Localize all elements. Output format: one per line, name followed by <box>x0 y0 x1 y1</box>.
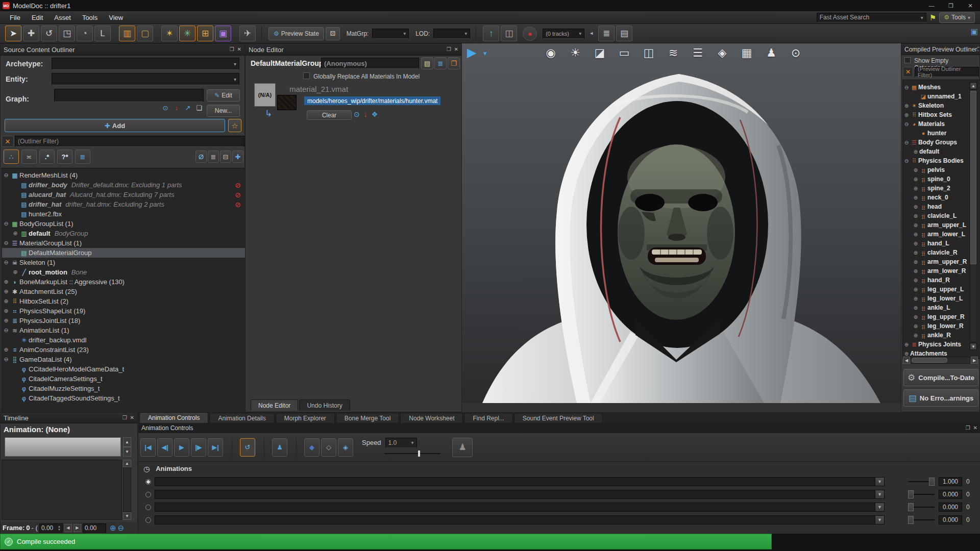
fast-asset-search-input[interactable]: Fast Asset Search ▾ <box>817 13 926 22</box>
tab-node-worksheet[interactable]: Node Worksheet <box>400 413 463 423</box>
compiled-tree-item-hunter[interactable]: ●hunter <box>903 129 980 138</box>
expand-icon[interactable]: ⊕ <box>912 232 919 237</box>
grid-snap-view-button[interactable]: ⊞ <box>197 26 213 41</box>
load-icon[interactable]: ↓ <box>172 104 181 112</box>
source-tree-item-skeleton-1[interactable]: ⊖☠Skeleton (1) <box>2 258 245 267</box>
weight-slider[interactable] <box>908 515 935 524</box>
expand-icon[interactable]: ⊕ <box>912 296 919 302</box>
weight-value[interactable]: 1.000 <box>939 477 962 486</box>
compiled-tree-item-arm-upper-l[interactable]: ⊕⣶arm_upper_L <box>903 220 980 230</box>
clothing-icon[interactable]: ◈ <box>710 47 734 59</box>
pivot-tool-button[interactable]: ◔ <box>77 26 93 41</box>
float-panel-icon[interactable]: ❐ <box>122 415 127 420</box>
physics-ragdoll-button[interactable]: ◇ <box>321 438 336 457</box>
compiled-tree-item-skeleton[interactable]: ⊕✶Skeleton <box>903 101 980 110</box>
weight-slider-handle[interactable] <box>908 490 914 498</box>
compiled-tree-item-unnamed-1[interactable]: ◪unnamed_1 <box>903 92 980 101</box>
float-view-button[interactable]: ❐ <box>448 57 460 69</box>
collapse-icon[interactable]: ⊖ <box>903 121 910 127</box>
go-to-end-button[interactable]: ▶| <box>208 438 223 457</box>
collapse-icon[interactable]: ⊖ <box>2 356 10 363</box>
compiled-tree-item-arm-lower-r[interactable]: ⊕⣶arm_lower_R <box>903 266 980 276</box>
expand-icon[interactable]: ⊕ <box>912 323 919 329</box>
source-tree-item-citadelmuzzlesettings-t[interactable]: φCitadelMuzzleSettings_t <box>2 384 245 393</box>
expand-icon[interactable]: ⊕ <box>912 241 919 246</box>
favorites-button[interactable]: ☆ <box>228 119 241 132</box>
menu-view[interactable]: View <box>103 12 129 23</box>
speed-select[interactable]: 1.0 ▾ <box>385 438 417 448</box>
maximize-button[interactable]: ❐ <box>941 0 961 11</box>
select-tool-button[interactable]: ➤ <box>5 26 21 41</box>
errors-warnings-button[interactable]: ▤ No Erro...arnings <box>903 389 978 407</box>
scroll-up-button[interactable]: ▲ <box>123 460 131 467</box>
compiled-tree-item-physics-joints[interactable]: ⊕≣Physics Joints <box>903 340 980 349</box>
snapshot-icon[interactable]: ◉ <box>538 47 563 59</box>
next-frame-button[interactable]: ▶ <box>74 524 81 532</box>
node-graph-view-button[interactable]: ✳ <box>179 26 195 41</box>
frame-start-input[interactable]: 0.00 ▲▼ <box>39 523 63 533</box>
expand-icon[interactable]: ⊕ <box>912 149 919 155</box>
default-pose-button[interactable]: ♟ <box>272 438 287 457</box>
source-tree-item-hitboxsetlist-2[interactable]: ⊕⠿HitboxSetList (2) <box>2 296 245 306</box>
compiled-tree-item-arm-lower-l[interactable]: ⊕⣶arm_lower_L <box>903 230 980 239</box>
compiled-tree-item-hand-r[interactable]: ⊕⣶hand_R <box>903 276 980 285</box>
clear-material-button[interactable]: Clear <box>307 110 352 120</box>
bones-view-button[interactable]: ≍ <box>21 149 37 164</box>
lighting-icon[interactable]: ☀ <box>563 47 587 59</box>
random-matgroup-button[interactable]: ⚄ <box>326 27 340 40</box>
rotate-tool-button[interactable]: ↺ <box>41 26 57 41</box>
speed-slider-handle[interactable] <box>418 450 420 457</box>
screen-icon[interactable]: ▭ <box>612 47 636 59</box>
step-back-button[interactable]: ◀| <box>157 438 173 457</box>
close-panel-icon[interactable]: ✕ <box>130 415 134 420</box>
global-replace-checkbox[interactable] <box>303 72 310 79</box>
inspect-icon[interactable]: ⊙ <box>783 47 808 59</box>
source-tree-item-alucard-hat[interactable]: ▤alucard_hatAlucard_hat.dmx: Excluding 7… <box>2 190 245 199</box>
list-view-button[interactable]: ≣ <box>434 57 447 69</box>
source-tree-item-attachmentlist-25[interactable]: ⊕✱AttachmentList (25) <box>2 287 245 296</box>
compiled-tree-item-pelvis[interactable]: ⊕⣶pelvis <box>903 165 980 174</box>
compiled-tree-item-hitbox-sets[interactable]: ⊕⠿Hitbox Sets <box>903 110 980 119</box>
geometry-icon[interactable]: ◪ <box>587 47 612 59</box>
wildcard-dot-button[interactable]: .* <box>39 149 55 164</box>
expand-icon[interactable]: ⊕ <box>903 342 910 347</box>
timeline-scrubber[interactable] <box>5 437 121 457</box>
open-external-icon[interactable]: ↗ <box>183 104 192 112</box>
matgrp-select[interactable]: ▾ <box>372 29 409 39</box>
weight-slider-handle[interactable] <box>929 478 935 486</box>
expand-icon[interactable]: ⊕ <box>912 222 919 228</box>
compiled-tree-item-default[interactable]: ⊕default <box>903 147 980 156</box>
collapse-icon[interactable]: ⊖ <box>2 220 10 227</box>
minimize-button[interactable]: — <box>922 0 941 11</box>
collapse-tracks-icon[interactable]: ◄ <box>589 31 594 36</box>
compiled-tree-item-neck-0[interactable]: ⊕⣶neck_0 <box>903 193 980 202</box>
expand-icon[interactable]: ⊕ <box>912 333 919 338</box>
source-tree-item-ccitadelheromodelgamedata-t[interactable]: φCCitadelHeroModelGameData_t <box>2 364 245 374</box>
source-tree-item-citadelcamerasettings-t[interactable]: φCitadelCameraSettings_t <box>2 374 245 384</box>
compiled-tree-item-spine-2[interactable]: ⊕⣶spine_2 <box>903 184 980 193</box>
weight-value[interactable]: 0.000 <box>939 515 962 524</box>
compiled-tree-item-clavicle-l[interactable]: ⊕⣶clavicle_L <box>903 211 980 220</box>
expand-icon[interactable]: ⊕ <box>912 305 919 311</box>
scrub-down-button[interactable]: ▼ <box>123 447 131 457</box>
collapse-icon[interactable]: ⊖ <box>2 172 10 179</box>
tab-undo-history[interactable]: Undo History <box>299 399 350 411</box>
compiled-tree-item-materials[interactable]: ⊖◕Materials <box>903 119 980 129</box>
menu-asset[interactable]: Asset <box>48 12 77 23</box>
compiled-tree-item-spine-0[interactable]: ⊕⣶spine_0 <box>903 174 980 184</box>
scroll-up-button[interactable]: ▲ <box>970 82 977 89</box>
collapse-icon[interactable]: ⊖ <box>2 240 10 246</box>
expand-icon[interactable]: ⊕ <box>912 278 919 283</box>
compiled-tree-item-leg-lower-r[interactable]: ⊕⣶leg_lower_R <box>903 321 980 331</box>
package-icon[interactable]: ❖ <box>372 111 378 118</box>
float-panel-icon[interactable]: ❐ <box>447 47 451 52</box>
collapse-icon[interactable]: ⊖ <box>2 327 10 334</box>
screen-panel-view-button[interactable]: ▣ <box>215 26 231 41</box>
weight-slider[interactable] <box>908 503 935 512</box>
compiled-tree-item-body-groups[interactable]: ⊖☰Body Groups <box>903 138 980 147</box>
expand-icon[interactable]: ⊕ <box>912 250 919 256</box>
compiled-tree-item-clavicle-r[interactable]: ⊕⣶clavicle_R <box>903 248 980 257</box>
load-icon[interactable]: ↓ <box>364 111 368 118</box>
chevron-down-icon[interactable]: ▼ <box>875 478 884 486</box>
weight-value[interactable]: 0.000 <box>939 490 962 499</box>
